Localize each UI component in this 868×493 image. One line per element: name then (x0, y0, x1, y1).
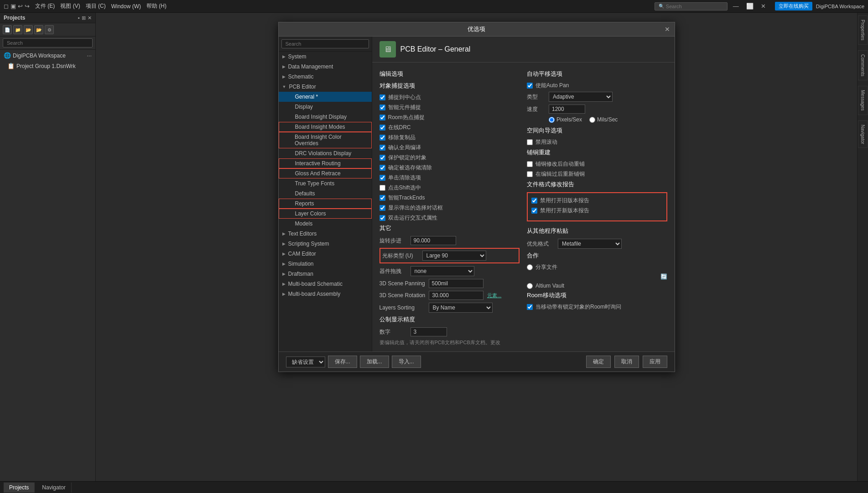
nav-item-5[interactable]: Display (279, 102, 372, 112)
checkbox-row[interactable]: 在编辑过后重新铺铜 (527, 170, 667, 178)
nav-item-14[interactable]: Reports (279, 199, 372, 209)
right-panel-tab-0[interactable]: Properties (858, 16, 868, 45)
checkbox-input[interactable] (379, 94, 385, 100)
checkbox-row[interactable]: Room热点捕捉 (379, 114, 520, 121)
nav-item-8[interactable]: Board Insight Color Overrides (279, 132, 372, 148)
close-btn[interactable]: ✕ (759, 3, 768, 10)
checkbox-row[interactable]: 铺铜修改后自动重铺 (527, 160, 667, 168)
panel-close[interactable]: ✕ (88, 15, 92, 21)
nav-item-9[interactable]: DRC Violations Display (279, 148, 372, 158)
dialog-close-button[interactable]: ✕ (665, 26, 670, 33)
checkbox-row[interactable]: 单击清除选项 (379, 174, 520, 182)
nav-item-7[interactable]: Board Insight Modes (279, 122, 372, 132)
nav-item-4[interactable]: General * (279, 92, 372, 102)
nav-item-12[interactable]: True Type Fonts (279, 178, 372, 189)
checkbox-row[interactable]: 确认全局编译 (379, 144, 520, 152)
checkbox-input[interactable] (531, 208, 537, 214)
right-panel-tab-2[interactable]: Messages (858, 86, 868, 115)
checkbox-row[interactable]: 捕捉到中心点 (379, 94, 520, 101)
bottom-tab-1[interactable]: Navigator (36, 483, 71, 493)
checkbox-row[interactable]: 移除复制品 (379, 134, 520, 142)
nav-item-15[interactable]: Layer Colors (279, 209, 372, 219)
checkbox-row[interactable]: 智能TrackEnds (379, 194, 520, 202)
nav-item-20[interactable]: ▶Simulation (279, 259, 372, 269)
checkbox-input[interactable] (379, 175, 385, 181)
checkbox-input[interactable] (527, 171, 533, 177)
dialog-search-input[interactable] (281, 39, 369, 48)
radio-row-0[interactable]: Pixels/Sex (549, 116, 582, 123)
checkbox-input[interactable] (379, 115, 385, 121)
toolbar-btn-2[interactable]: 📂 (24, 25, 33, 34)
text-input[interactable] (429, 291, 483, 300)
checkbox-row[interactable]: 确定被选存储清除 (379, 164, 520, 172)
toolbar-btn-1[interactable]: 📁 (13, 25, 22, 34)
checkbox-input[interactable] (379, 165, 385, 171)
toolbar-btn-3[interactable]: 📂 (34, 25, 43, 34)
checkbox-row[interactable]: 显示弹出的选择对话框 (379, 204, 520, 212)
toolbar-icon-1[interactable]: ▣ (10, 3, 16, 10)
buy-button[interactable]: 立即在线购买 (775, 2, 812, 10)
save-button[interactable]: 保存... (328, 356, 357, 368)
import-button[interactable]: 导入... (392, 356, 421, 368)
nav-item-11[interactable]: Gloss And Retrace (279, 168, 372, 178)
nav-item-22[interactable]: ▶Multi-board Schematic (279, 279, 372, 289)
checkbox-row[interactable]: 点击Shift选中 (379, 184, 520, 192)
toolbar-btn-0[interactable]: 📄 (3, 25, 12, 34)
nav-item-18[interactable]: ▶Scripting System (279, 239, 372, 249)
nav-item-17[interactable]: ▶Text Editors (279, 229, 372, 239)
checkbox-input[interactable] (379, 145, 385, 151)
element-link[interactable]: 元素... (487, 292, 501, 299)
menu-item-4[interactable]: 帮助 (H) (146, 2, 166, 10)
nav-item-13[interactable]: Defaults (279, 189, 372, 199)
toolbar-icon-2[interactable]: ↩ (18, 3, 23, 10)
checkbox-input[interactable] (379, 125, 385, 131)
checkbox-input[interactable] (379, 105, 385, 110)
apply-button[interactable]: 应用 (643, 356, 667, 368)
menu-item-1[interactable]: 视图 (V) (60, 2, 80, 10)
checkbox-row[interactable]: 双击运行交互式属性 (379, 214, 520, 222)
menu-item-3[interactable]: Window (W) (111, 3, 141, 10)
cancel-button[interactable]: 取消 (614, 356, 639, 368)
checkbox-row[interactable]: 当移动带有锁定对象的Room时询问 (527, 303, 667, 311)
checkbox-input[interactable] (527, 139, 533, 145)
checkbox-row[interactable]: 保护锁定的对象 (379, 154, 520, 162)
checkbox-row[interactable]: 智能元件捕捉 (379, 104, 520, 111)
nav-item-6[interactable]: Board Insight Display (279, 112, 372, 122)
nav-item-0[interactable]: ▶System (279, 52, 372, 62)
refresh-icon[interactable]: 🔄 (660, 273, 667, 280)
select-input[interactable]: AdaptiveFixed Size JumpBallisticCircular (549, 92, 613, 102)
menu-item-2[interactable]: 项目 (C) (86, 2, 106, 10)
radio-0[interactable] (549, 117, 555, 123)
checkbox-input[interactable] (527, 83, 533, 89)
checkbox-input[interactable] (531, 198, 537, 204)
default-settings-select[interactable]: 缺省设置 (286, 357, 325, 367)
checkbox-row[interactable]: 禁用打开新版本报告 (531, 207, 663, 215)
checkbox-input[interactable] (379, 185, 385, 191)
minimize-btn[interactable]: — (731, 3, 741, 10)
checkbox-row[interactable]: 使能Auto Pan (527, 82, 667, 89)
radio-row-1[interactable]: Mils/Sec (589, 116, 618, 123)
right-panel-tab-3[interactable]: Navigator (858, 121, 868, 148)
right-panel-tab-1[interactable]: Comments (858, 50, 868, 80)
nav-item-2[interactable]: ▶Schematic (279, 72, 372, 82)
checkbox-input[interactable] (527, 161, 533, 167)
text-input[interactable] (549, 105, 585, 114)
toolbar-icon-0[interactable]: ◻ (4, 3, 9, 10)
nav-item-3[interactable]: ▼PCB Editor (279, 82, 372, 92)
share-radio[interactable] (527, 264, 533, 270)
load-button[interactable]: 加载... (360, 356, 389, 368)
panel-float[interactable]: ⊞ (82, 15, 86, 21)
checkbox-row[interactable]: 禁用打开旧版本报告 (531, 197, 663, 205)
checkbox-row[interactable]: 禁用滚动 (527, 138, 667, 146)
nav-item-1[interactable]: ▶Data Management (279, 62, 372, 72)
checkbox-row[interactable]: 在线DRC (379, 124, 520, 131)
checkbox-input[interactable] (527, 304, 533, 310)
select-input[interactable]: noneConnected Track (411, 266, 474, 276)
select-input[interactable]: By NamePhysical Order (429, 303, 493, 313)
panel-pin[interactable]: ▪ (78, 15, 80, 21)
checkbox-input[interactable] (379, 205, 385, 211)
nav-item-19[interactable]: ▶CAM Editor (279, 249, 372, 259)
checkbox-input[interactable] (379, 215, 385, 221)
top-search[interactable]: 🔍 (655, 2, 728, 10)
radio-1[interactable] (589, 117, 595, 123)
